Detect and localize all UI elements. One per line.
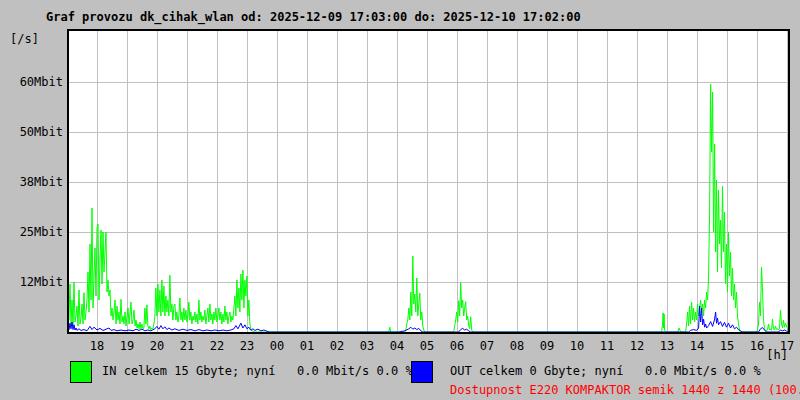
out-legend-label: OUT celkem 0 Gbyte; nyní 0.0 Mbit/s 0.0 … <box>450 365 761 378</box>
x-axis-tick-label: 21 <box>176 340 198 352</box>
x-axis-tick-label: 14 <box>686 340 708 352</box>
traffic-graph-page: Graf provozu dk_cihak_wlan od: 2025-12-0… <box>0 0 800 400</box>
series-out-line <box>69 306 788 332</box>
x-axis-tick-label: 19 <box>116 340 138 352</box>
traffic-chart <box>69 31 788 332</box>
x-axis-tick-label: 07 <box>476 340 498 352</box>
x-axis-tick-label: 10 <box>566 340 588 352</box>
y-axis-tick-label: 25Mbit <box>8 226 63 238</box>
y-axis-tick-label: 50Mbit <box>8 126 63 138</box>
x-axis-tick-label: 02 <box>326 340 348 352</box>
x-axis-tick-label: 12 <box>626 340 648 352</box>
in-legend-label: IN celkem 15 Gbyte; nyní 0.0 Mbit/s 0.0 … <box>102 365 413 378</box>
y-axis-tick-mark <box>61 182 67 183</box>
x-axis-tick-label: 11 <box>596 340 618 352</box>
y-axis-tick-mark <box>61 82 67 83</box>
series-in-line <box>69 84 788 332</box>
y-axis-unit-label: [/s] <box>10 33 39 45</box>
y-axis-tick-mark <box>61 282 67 283</box>
in-legend-swatch <box>70 361 92 383</box>
out-legend-swatch <box>411 361 433 383</box>
graph-title: Graf provozu dk_cihak_wlan od: 2025-12-0… <box>46 11 581 24</box>
x-axis-tick-label: 05 <box>416 340 438 352</box>
plot-area <box>67 29 790 334</box>
x-axis-tick-label: 23 <box>236 340 258 352</box>
y-axis-tick-label: 60Mbit <box>8 76 63 88</box>
x-axis-tick-label: 03 <box>356 340 378 352</box>
x-axis-tick-label: 22 <box>206 340 228 352</box>
x-axis-tick-label: 08 <box>506 340 528 352</box>
x-axis-unit-label: [h] <box>750 349 788 361</box>
x-axis-tick-label: 09 <box>536 340 558 352</box>
x-axis-tick-label: 00 <box>266 340 288 352</box>
y-axis-tick-label: 38Mbit <box>8 176 63 188</box>
x-axis-tick-label: 01 <box>296 340 318 352</box>
x-axis-tick-label: 06 <box>446 340 468 352</box>
x-axis-tick-label: 15 <box>716 340 738 352</box>
x-axis-tick-label: 20 <box>146 340 168 352</box>
y-axis-tick-mark <box>61 132 67 133</box>
y-axis-tick-mark <box>61 232 67 233</box>
x-axis-tick-label: 18 <box>86 340 108 352</box>
x-axis-tick-label: 04 <box>386 340 408 352</box>
availability-text: Dostupnost E220 KOMPAKTOR semik 1440 z 1… <box>450 384 800 397</box>
y-axis-tick-label: 12Mbit <box>8 276 63 288</box>
x-axis-tick-label: 13 <box>656 340 678 352</box>
